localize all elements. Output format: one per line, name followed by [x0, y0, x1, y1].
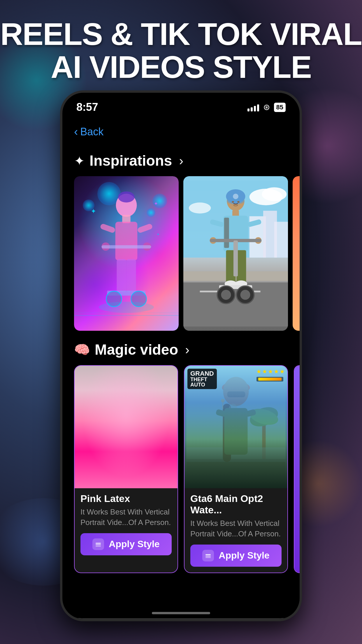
svg-point-64 — [122, 393, 130, 398]
svg-rect-26 — [274, 222, 288, 258]
magic-card-pink-latex[interactable]: Pink Latex It Works Best With Vertical P… — [74, 365, 178, 573]
svg-rect-57 — [77, 366, 176, 488]
svg-point-60 — [134, 377, 147, 424]
pink-latex-card-title: Pink Latex — [80, 493, 172, 504]
pink-latex-card-desc: It Works Best With Vertical Portrait Vid… — [80, 507, 172, 528]
gta6-image: GrandTheftAuto — [184, 366, 287, 488]
svg-rect-50 — [233, 241, 238, 276]
back-chevron-icon: ‹ — [74, 125, 78, 138]
svg-rect-86 — [223, 404, 231, 462]
svg-rect-90 — [215, 409, 227, 417]
pink-latex-image — [75, 366, 178, 488]
svg-point-88 — [228, 409, 244, 413]
svg-rect-69 — [95, 414, 113, 429]
svg-point-55 — [240, 290, 250, 300]
app-header: REELS & TIK TOK VIRAL AI VIDEOS STYLE — [0, 18, 362, 84]
svg-point-92 — [221, 399, 225, 402]
svg-point-72 — [143, 427, 153, 435]
svg-text:✦: ✦ — [154, 201, 158, 206]
phone-content: ‹ Back ✦ Inspirations › — [62, 118, 300, 618]
svg-point-83 — [222, 382, 250, 393]
svg-point-61 — [113, 374, 140, 405]
svg-rect-70 — [139, 414, 157, 429]
gta-logo: GrandTheftAuto — [187, 369, 217, 389]
svg-rect-40 — [224, 218, 229, 248]
pink-latex-apply-label: Apply Style — [109, 539, 159, 550]
back-label: Back — [80, 126, 103, 138]
svg-point-3 — [118, 191, 135, 202]
svg-rect-6 — [100, 223, 116, 234]
svg-point-79 — [247, 404, 280, 430]
gta6-apply-label: Apply Style — [219, 550, 269, 561]
svg-rect-67 — [115, 412, 138, 464]
pink-latex-person-svg — [75, 366, 178, 488]
gta-stars — [256, 369, 284, 374]
svg-point-59 — [105, 377, 118, 424]
svg-text:✦: ✦ — [157, 232, 160, 237]
inspiration-card-2[interactable] — [183, 176, 288, 331]
magic-icon: 🧠 — [74, 342, 90, 357]
magic-card-3-preview[interactable] — [294, 365, 300, 573]
inspirations-section-header[interactable]: ✦ Inspirations › — [62, 144, 300, 176]
real-scooter-image — [183, 176, 288, 331]
svg-point-80 — [248, 406, 280, 428]
svg-point-53 — [221, 290, 231, 300]
svg-rect-95 — [205, 556, 211, 556]
svg-point-36 — [232, 201, 234, 203]
svg-point-68 — [117, 410, 127, 439]
svg-point-63 — [129, 387, 133, 390]
inspiration-card-1[interactable]: ✦ ✦ ✦ — [74, 176, 179, 331]
svg-rect-42 — [236, 250, 246, 283]
svg-rect-78 — [262, 418, 266, 471]
svg-point-62 — [120, 387, 124, 390]
real-person-svg — [183, 176, 288, 331]
svg-rect-91 — [245, 409, 256, 417]
back-button[interactable]: ‹ Back — [62, 118, 300, 144]
svg-point-16 — [99, 302, 154, 313]
signal-icon — [247, 103, 259, 111]
status-time: 8:57 — [76, 101, 98, 113]
svg-rect-12 — [101, 245, 151, 249]
magic-chevron-icon: › — [185, 342, 189, 357]
phone-frame: 8:57 ⊛ 85 ‹ Back ✦ Inspirations › — [60, 90, 302, 621]
svg-rect-94 — [205, 554, 211, 555]
layers-icon — [95, 541, 102, 548]
gta6-apply-button[interactable]: Apply Style — [190, 545, 282, 567]
magic-video-section-header[interactable]: 🧠 Magic video › — [62, 331, 300, 365]
status-bar: 8:57 ⊛ 85 — [62, 93, 300, 118]
pink-latex-card-bottom: Pink Latex It Works Best With Vertical P… — [75, 488, 178, 561]
battery-indicator: 85 — [274, 103, 286, 112]
svg-point-35 — [233, 194, 238, 199]
svg-rect-65 — [122, 404, 131, 412]
svg-point-58 — [109, 366, 143, 404]
svg-rect-81 — [187, 459, 286, 488]
wifi-icon: ⊛ — [263, 102, 270, 112]
svg-rect-85 — [227, 391, 245, 397]
inspiration-card-3-preview[interactable] — [293, 176, 300, 331]
home-indicator — [152, 612, 210, 614]
svg-text:✦: ✦ — [91, 207, 96, 215]
svg-rect-89 — [224, 408, 248, 455]
svg-rect-76 — [96, 546, 101, 547]
inspirations-icon: ✦ — [74, 153, 85, 168]
svg-point-37 — [237, 201, 240, 203]
svg-rect-75 — [96, 544, 101, 545]
inspirations-chevron-icon: › — [179, 153, 183, 168]
svg-rect-74 — [96, 543, 101, 544]
magic-card-gta6[interactable]: GrandTheftAuto — [184, 365, 288, 573]
magic-video-title: Magic video — [95, 341, 178, 358]
svg-rect-10 — [117, 259, 126, 292]
status-icons: ⊛ 85 — [247, 102, 286, 112]
pink-latex-apply-button[interactable]: Apply Style — [80, 533, 172, 555]
header-title-text: REELS & TIK TOK VIRAL AI VIDEOS STYLE — [0, 18, 362, 84]
gta6-card-title: Gta6 Main Opt2 Wate... — [190, 493, 282, 516]
svg-rect-5 — [115, 222, 138, 260]
svg-point-84 — [223, 377, 249, 406]
gta-meter — [256, 377, 283, 382]
inspirations-title: Inspirations — [89, 152, 172, 169]
inspirations-grid: ✦ ✦ ✦ — [62, 176, 300, 331]
svg-point-22 — [262, 187, 287, 201]
layers-icon-2 — [205, 552, 212, 559]
svg-rect-56 — [77, 366, 176, 488]
svg-rect-7 — [137, 223, 153, 234]
